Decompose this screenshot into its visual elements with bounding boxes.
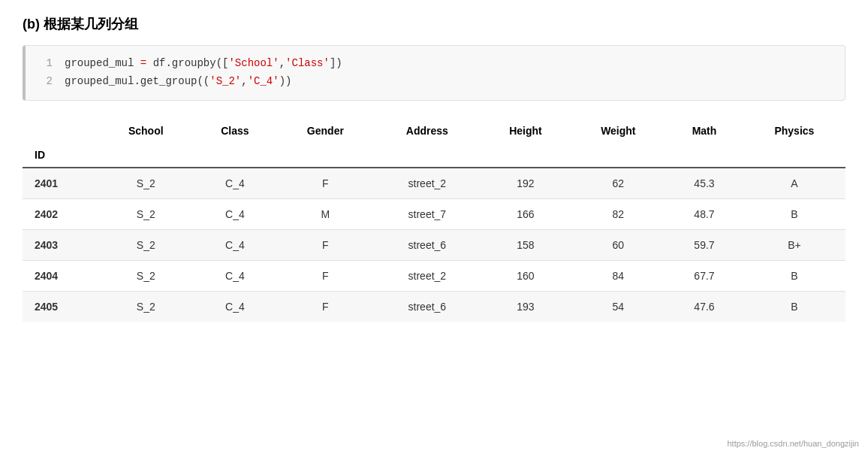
th-id-label: ID bbox=[23, 143, 98, 168]
cell-height: 192 bbox=[480, 168, 571, 199]
cell-school: S_2 bbox=[98, 168, 193, 199]
string-c4: 'C_4' bbox=[248, 75, 279, 87]
cell-physics: B bbox=[743, 260, 845, 291]
cell-class: C_4 bbox=[193, 198, 276, 229]
cell-physics: B bbox=[743, 291, 845, 322]
th-math: Math bbox=[665, 119, 743, 143]
string-class: 'Class' bbox=[285, 57, 330, 69]
cell-physics: B bbox=[743, 198, 845, 229]
th-id-address bbox=[374, 143, 480, 168]
table-row: 2403 S_2 C_4 F street_6 158 60 59.7 B+ bbox=[23, 229, 845, 260]
th-id-math bbox=[665, 143, 743, 168]
th-school: School bbox=[98, 119, 193, 143]
table-row: 2405 S_2 C_4 F street_6 193 54 47.6 B bbox=[23, 291, 845, 322]
cell-id: 2401 bbox=[23, 168, 98, 199]
code-line-2: 2 grouped_mul.get_group(('S_2','C_4')) bbox=[38, 73, 833, 91]
cell-school: S_2 bbox=[98, 198, 193, 229]
code-line-1: 1 grouped_mul = df.groupby(['School','Cl… bbox=[38, 55, 833, 73]
cell-weight: 84 bbox=[571, 260, 666, 291]
cell-weight: 62 bbox=[571, 168, 666, 199]
data-table: School Class Gender Address Height Weigh… bbox=[23, 119, 845, 322]
cell-id: 2405 bbox=[23, 291, 98, 322]
column-header-row: School Class Gender Address Height Weigh… bbox=[23, 119, 845, 143]
cell-physics: A bbox=[743, 168, 845, 199]
cell-math: 67.7 bbox=[665, 260, 743, 291]
cell-school: S_2 bbox=[98, 260, 193, 291]
cell-id: 2403 bbox=[23, 229, 98, 260]
index-name-row: ID bbox=[23, 143, 845, 168]
cell-id: 2402 bbox=[23, 198, 98, 229]
line-number-2: 2 bbox=[38, 73, 53, 91]
th-address: Address bbox=[374, 119, 480, 143]
th-height: Height bbox=[480, 119, 571, 143]
watermark: https://blog.csdn.net/huan_dongzijin bbox=[727, 439, 859, 448]
cell-school: S_2 bbox=[98, 229, 193, 260]
cell-physics: B+ bbox=[743, 229, 845, 260]
equals-operator: = bbox=[140, 57, 146, 69]
th-weight: Weight bbox=[571, 119, 666, 143]
th-class: Class bbox=[193, 119, 276, 143]
th-id-weight bbox=[571, 143, 666, 168]
string-school: 'School' bbox=[228, 57, 279, 69]
cell-weight: 54 bbox=[571, 291, 666, 322]
code-block: 1 grouped_mul = df.groupby(['School','Cl… bbox=[23, 45, 845, 101]
th-physics: Physics bbox=[743, 119, 845, 143]
cell-address: street_6 bbox=[374, 229, 480, 260]
th-id-gender bbox=[276, 143, 374, 168]
cell-address: street_7 bbox=[374, 198, 480, 229]
table-section: School Class Gender Address Height Weigh… bbox=[23, 119, 845, 322]
cell-address: street_2 bbox=[374, 168, 480, 199]
cell-height: 158 bbox=[480, 229, 571, 260]
cell-height: 193 bbox=[480, 291, 571, 322]
cell-class: C_4 bbox=[193, 168, 276, 199]
th-id-physics bbox=[743, 143, 845, 168]
table-body: 2401 S_2 C_4 F street_2 192 62 45.3 A 24… bbox=[23, 168, 845, 322]
table-row: 2401 S_2 C_4 F street_2 192 62 45.3 A bbox=[23, 168, 845, 199]
th-id-school bbox=[98, 143, 193, 168]
code-content-1: grouped_mul = df.groupby(['School','Clas… bbox=[65, 55, 342, 73]
cell-class: C_4 bbox=[193, 260, 276, 291]
cell-class: C_4 bbox=[193, 291, 276, 322]
cell-weight: 60 bbox=[571, 229, 666, 260]
page-container: (b) 根据某几列分组 1 grouped_mul = df.groupby([… bbox=[0, 0, 868, 337]
cell-height: 160 bbox=[480, 260, 571, 291]
th-id-class bbox=[193, 143, 276, 168]
code-content-2: grouped_mul.get_group(('S_2','C_4')) bbox=[65, 73, 291, 91]
cell-gender: F bbox=[276, 260, 374, 291]
th-empty bbox=[23, 119, 98, 143]
cell-gender: M bbox=[276, 198, 374, 229]
table-row: 2402 S_2 C_4 M street_7 166 82 48.7 B bbox=[23, 198, 845, 229]
th-gender: Gender bbox=[276, 119, 374, 143]
table-row: 2404 S_2 C_4 F street_2 160 84 67.7 B bbox=[23, 260, 845, 291]
cell-math: 47.6 bbox=[665, 291, 743, 322]
cell-class: C_4 bbox=[193, 229, 276, 260]
line-number-1: 1 bbox=[38, 55, 53, 73]
cell-gender: F bbox=[276, 229, 374, 260]
cell-gender: F bbox=[276, 291, 374, 322]
string-s2: 'S_2' bbox=[209, 75, 241, 87]
cell-math: 45.3 bbox=[665, 168, 743, 199]
th-id-height bbox=[480, 143, 571, 168]
cell-gender: F bbox=[276, 168, 374, 199]
section-title: (b) 根据某几列分组 bbox=[23, 15, 845, 33]
cell-school: S_2 bbox=[98, 291, 193, 322]
cell-height: 166 bbox=[480, 198, 571, 229]
cell-id: 2404 bbox=[23, 260, 98, 291]
cell-address: street_6 bbox=[374, 291, 480, 322]
cell-math: 59.7 bbox=[665, 229, 743, 260]
cell-weight: 82 bbox=[571, 198, 666, 229]
cell-address: street_2 bbox=[374, 260, 480, 291]
cell-math: 48.7 bbox=[665, 198, 743, 229]
